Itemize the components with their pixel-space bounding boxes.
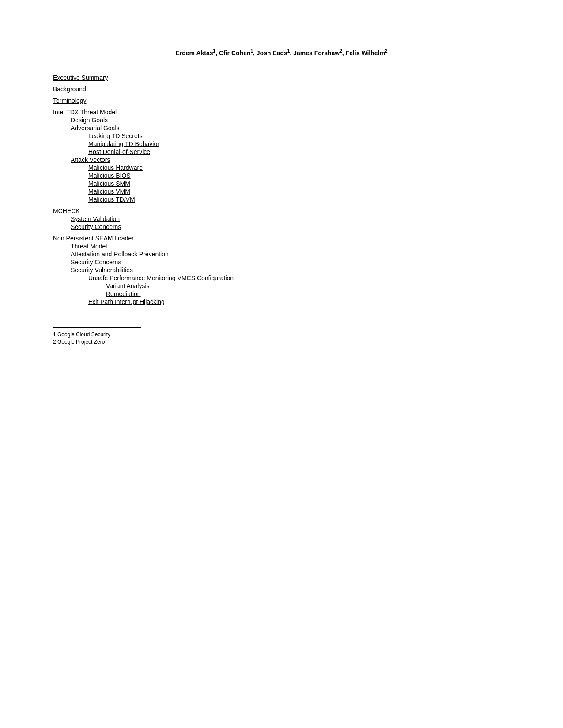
toc-item[interactable]: Attack Vectors (71, 156, 510, 163)
toc-item[interactable]: Manipulating TD Behavior (88, 140, 510, 147)
toc-item[interactable]: Security Vulnerabilities (71, 266, 510, 274)
toc-item[interactable]: Attestation and Rollback Prevention (71, 251, 510, 258)
toc-item[interactable]: Unsafe Performance Monitoring VMCS Confi… (88, 274, 510, 281)
toc-link[interactable]: Adversarial Goals (71, 124, 120, 131)
toc-link[interactable]: Variant Analysis (106, 282, 150, 289)
toc-link[interactable]: Security Vulnerabilities (71, 266, 133, 274)
toc-link[interactable]: Terminology (53, 97, 86, 104)
toc-link[interactable]: Malicious SMM (88, 180, 130, 187)
title-section: Erdem Aktas1, Cfir Cohen1, Josh Eads1, J… (53, 49, 510, 56)
toc-item[interactable]: Malicious VMM (88, 188, 510, 195)
toc-item[interactable]: Malicious TD/VM (88, 196, 510, 203)
authors-line: Erdem Aktas1, Cfir Cohen1, Josh Eads1, J… (53, 49, 510, 56)
toc-link[interactable]: Host Denial-of-Service (88, 148, 150, 155)
toc-link[interactable]: Security Concerns (71, 259, 121, 266)
toc-item[interactable]: Malicious BIOS (88, 172, 510, 179)
toc-link[interactable]: Leaking TD Secrets (88, 132, 143, 139)
toc-item[interactable]: System Validation (71, 215, 510, 222)
toc-link[interactable]: Manipulating TD Behavior (88, 140, 159, 147)
toc-link[interactable]: Threat Model (71, 243, 107, 250)
toc-link[interactable]: System Validation (71, 215, 120, 222)
toc-item[interactable]: MCHECK (53, 207, 510, 214)
toc-link[interactable]: Attack Vectors (71, 156, 110, 163)
toc-link[interactable]: Intel TDX Threat Model (53, 109, 117, 116)
toc-link[interactable]: Non Persistent SEAM Loader (53, 235, 134, 242)
toc-item[interactable]: Variant Analysis (106, 282, 510, 289)
toc-link[interactable]: Malicious TD/VM (88, 196, 135, 203)
toc-item[interactable]: Non Persistent SEAM Loader (53, 235, 510, 242)
toc-item[interactable]: Adversarial Goals (71, 124, 510, 131)
footnote-item: 2 Google Project Zero (53, 339, 510, 345)
footnotes: 1 Google Cloud Security2 Google Project … (53, 331, 510, 345)
toc-link[interactable]: Exit Path Interrupt Hijacking (88, 298, 165, 305)
toc-link[interactable]: Design Goals (71, 116, 108, 124)
footnote-item: 1 Google Cloud Security (53, 331, 510, 338)
toc-item[interactable]: Security Concerns (71, 223, 510, 230)
toc-item[interactable]: Malicious Hardware (88, 164, 510, 171)
toc-item[interactable]: Security Concerns (71, 259, 510, 266)
toc-section: Executive SummaryBackgroundTerminologyIn… (53, 74, 510, 305)
toc-link[interactable]: Malicious VMM (88, 188, 130, 195)
toc-link[interactable]: Background (53, 86, 86, 93)
toc-item[interactable]: Host Denial-of-Service (88, 148, 510, 155)
toc-item[interactable]: Terminology (53, 97, 510, 104)
toc-item[interactable]: Remediation (106, 290, 510, 297)
toc-item[interactable]: Malicious SMM (88, 180, 510, 187)
toc-link[interactable]: Security Concerns (71, 223, 121, 230)
toc-item[interactable]: Background (53, 86, 510, 93)
toc-link[interactable]: Attestation and Rollback Prevention (71, 251, 169, 258)
toc-item[interactable]: Executive Summary (53, 74, 510, 81)
toc-item[interactable]: Exit Path Interrupt Hijacking (88, 298, 510, 305)
toc-item[interactable]: Leaking TD Secrets (88, 132, 510, 139)
toc-item[interactable]: Intel TDX Threat Model (53, 109, 510, 116)
toc-link[interactable]: Executive Summary (53, 74, 108, 81)
toc-link[interactable]: Unsafe Performance Monitoring VMCS Confi… (88, 274, 234, 281)
toc-item[interactable]: Design Goals (71, 116, 510, 124)
toc-link[interactable]: Remediation (106, 290, 141, 297)
toc-link[interactable]: MCHECK (53, 207, 80, 214)
footnote-divider (53, 327, 141, 328)
toc-item[interactable]: Threat Model (71, 243, 510, 250)
toc-link[interactable]: Malicious Hardware (88, 164, 143, 171)
toc-link[interactable]: Malicious BIOS (88, 172, 131, 179)
